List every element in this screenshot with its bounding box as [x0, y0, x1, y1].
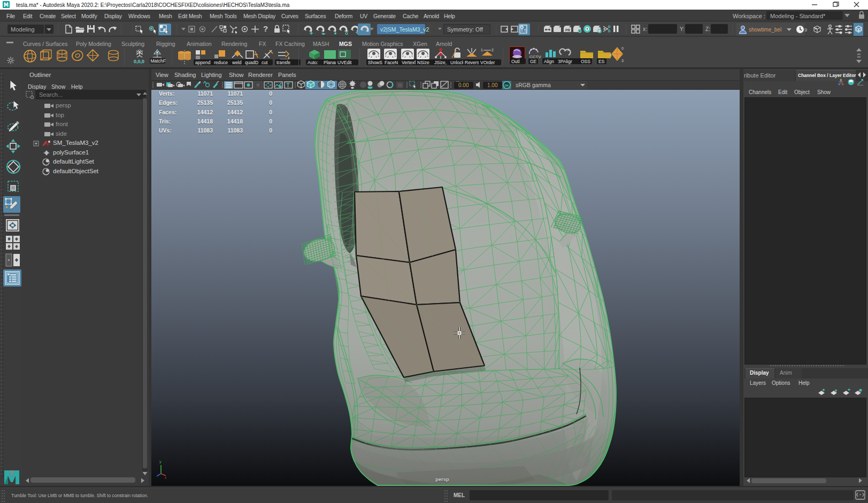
- svg-text:3: 3: [621, 59, 624, 63]
- svg-text:PR: PR: [565, 28, 570, 32]
- svg-text:MatchF: MatchF: [151, 58, 166, 64]
- svg-text:T: T: [287, 82, 290, 88]
- svg-text:sRGB gamma: sRGB gamma: [516, 82, 551, 88]
- svg-text:0.00: 0.00: [458, 82, 469, 88]
- svg-text:1: 1: [481, 48, 483, 52]
- svg-text:2: 2: [491, 48, 494, 52]
- svg-text:x: x: [165, 476, 167, 479]
- svg-text:ON: ON: [504, 84, 509, 87]
- svg-text:1.00: 1.00: [487, 82, 498, 88]
- svg-text:0,0,0: 0,0,0: [134, 59, 144, 64]
- svg-text:0: 0: [621, 47, 624, 50]
- svg-text:4: 4: [610, 53, 612, 57]
- svg-text:A: A: [567, 48, 570, 52]
- svg-text:y: y: [159, 459, 162, 464]
